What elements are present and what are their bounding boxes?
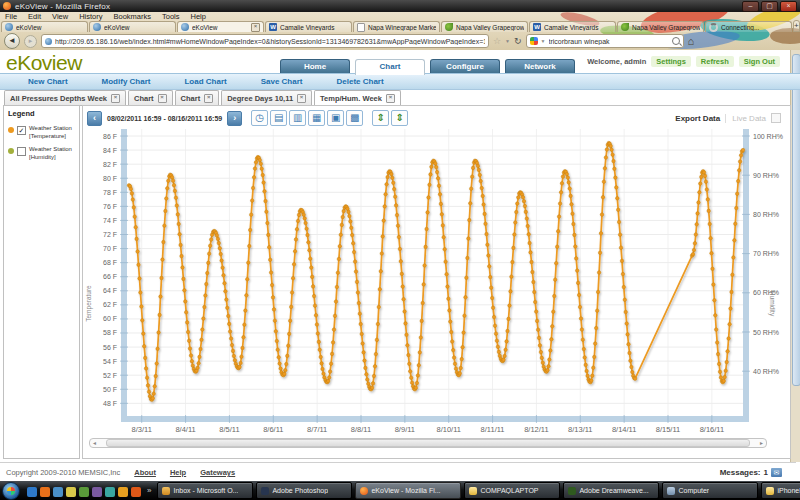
browser-tab[interactable]: Camalie Vineyards: [529, 21, 616, 32]
svg-text:64 F: 64 F: [103, 287, 117, 294]
quick-launch-overflow-icon[interactable]: »: [144, 486, 154, 495]
series-visibility-checkbox[interactable]: [17, 147, 26, 156]
search-bar[interactable]: ▼: [526, 34, 684, 48]
menu-item[interactable]: History: [79, 12, 102, 21]
tab-close-icon[interactable]: ×: [251, 23, 260, 32]
menu-item[interactable]: Help: [191, 12, 206, 21]
taskbar-window-button[interactable]: Adobe Photoshop: [256, 482, 352, 499]
app-orange[interactable]: [131, 487, 141, 497]
taskbar-window-button[interactable]: Inbox - Microsoft O...: [157, 482, 253, 499]
chart-tab-close-icon[interactable]: ×: [111, 94, 120, 103]
footer-link[interactable]: Gateways: [200, 468, 235, 477]
internet-explorer[interactable]: [27, 487, 37, 497]
chart-tab[interactable]: Chart ×: [128, 90, 173, 105]
taskbar-app-icon: [766, 487, 774, 495]
chart-action-link[interactable]: Load Chart: [184, 77, 226, 86]
minimize-button[interactable]: –: [742, 1, 759, 12]
bookmark-dropdown-icon[interactable]: ▼: [505, 38, 510, 44]
chart-horizontal-scrollbar[interactable]: ◄ ►: [89, 438, 767, 448]
header-link[interactable]: Settings: [651, 56, 691, 67]
explorer[interactable]: [66, 487, 76, 497]
chart-tab-close-icon[interactable]: ×: [386, 94, 395, 103]
nav-tab[interactable]: Chart: [355, 59, 425, 75]
live-data-checkbox[interactable]: [771, 113, 781, 123]
footer-link[interactable]: About: [134, 468, 156, 477]
chart-tab[interactable]: Temp/Hum. Week ×: [314, 90, 401, 106]
new-tab-button[interactable]: +: [793, 20, 800, 32]
home-icon[interactable]: ⌂: [688, 35, 695, 47]
app-purple[interactable]: [92, 487, 102, 497]
menu-item[interactable]: Edit: [28, 12, 41, 21]
taskbar-window-button[interactable]: eKoView - Mozilla Fi...: [355, 482, 461, 499]
taskbar-window-button[interactable]: iPhonePics11: [761, 482, 800, 499]
taskbar-window-button[interactable]: Computer: [662, 482, 758, 499]
nav-tab[interactable]: Home: [280, 59, 350, 73]
google-search-engine-icon[interactable]: [530, 37, 538, 45]
footer-link[interactable]: Help: [170, 468, 186, 477]
chart-tab-close-icon[interactable]: ×: [204, 94, 213, 103]
vertical-scrollbar-thumb[interactable]: [792, 54, 800, 386]
browser-tab[interactable]: Napa Winegrape Market...: [353, 21, 440, 32]
search-magnifier-icon[interactable]: [672, 37, 680, 45]
browser-tab[interactable]: Camalie Vineyards: [265, 21, 352, 32]
chart-tab-close-icon[interactable]: ×: [297, 94, 306, 103]
chart-tab-close-icon[interactable]: ×: [158, 94, 167, 103]
nav-tab[interactable]: Network: [505, 59, 575, 73]
menu-item[interactable]: Tools: [162, 12, 180, 21]
firefox[interactable]: [40, 487, 50, 497]
start-button[interactable]: [2, 482, 20, 500]
firefox-window-icon: [3, 2, 11, 10]
browser-tab[interactable]: eKoView ×: [177, 21, 264, 32]
browser-tab[interactable]: Connecting...: [705, 21, 792, 32]
scroll-right-icon[interactable]: ►: [757, 440, 766, 446]
svg-text:74 F: 74 F: [103, 217, 117, 224]
search-input[interactable]: [549, 38, 669, 45]
left-axis-title: Temperature: [85, 285, 92, 322]
url-bar[interactable]: [41, 34, 489, 48]
svg-text:8/16/11: 8/16/11: [700, 425, 724, 434]
reload-icon[interactable]: ↻: [514, 36, 522, 46]
browser-tab[interactable]: Napa Valley Grapegrowe...: [617, 21, 704, 32]
taskbar-window-button[interactable]: Adobe Dreamweave...: [563, 482, 659, 499]
chart-action-link[interactable]: Modify Chart: [102, 77, 151, 86]
back-button[interactable]: ◄: [4, 33, 20, 49]
chart-tab[interactable]: Chart ×: [175, 90, 220, 105]
chart-action-link[interactable]: New Chart: [28, 77, 68, 86]
url-input[interactable]: [55, 38, 485, 45]
svg-text:72 F: 72 F: [103, 231, 117, 238]
menu-item[interactable]: File: [5, 12, 17, 21]
svg-text:80 F: 80 F: [103, 175, 117, 182]
chart-actions-bar: New ChartModify ChartLoad ChartSave Char…: [0, 73, 800, 90]
email-client[interactable]: [53, 487, 63, 497]
browser-tab[interactable]: eKoView: [89, 21, 176, 32]
svg-text:8/14/11: 8/14/11: [612, 425, 636, 434]
browser-vertical-scrollbar[interactable]: [790, 50, 800, 462]
app-teal[interactable]: [105, 487, 115, 497]
chart-tab[interactable]: All Pressures Depths Week ×: [4, 90, 126, 105]
header-link[interactable]: Refresh: [696, 56, 734, 67]
export-data-link[interactable]: Export Data: [675, 114, 720, 123]
chart-action-link[interactable]: Save Chart: [261, 77, 303, 86]
taskbar-window-button[interactable]: COMPAQLAPTOP: [464, 482, 560, 499]
legend-panel: Legend Weather Station [Temperature] Wea…: [3, 105, 80, 459]
series-visibility-checkbox[interactable]: [17, 126, 26, 135]
scrollbar-thumb[interactable]: [106, 439, 750, 447]
close-button[interactable]: ×: [780, 1, 797, 12]
scroll-left-icon[interactable]: ◄: [90, 440, 99, 446]
welcome-bar: Welcome, admin SettingsRefreshSign Out: [587, 56, 780, 67]
app-green[interactable]: [79, 487, 89, 497]
nav-tab[interactable]: Configure: [430, 59, 500, 73]
media-player[interactable]: [118, 487, 128, 497]
browser-tab[interactable]: eKoView: [1, 21, 88, 32]
menu-item[interactable]: Bookmarks: [114, 12, 152, 21]
chart-action-link[interactable]: Delete Chart: [336, 77, 383, 86]
envelope-icon[interactable]: ✉: [771, 468, 782, 477]
bookmark-star-icon[interactable]: ☆: [493, 36, 501, 46]
header-link[interactable]: Sign Out: [739, 56, 780, 67]
forward-button[interactable]: ►: [24, 35, 37, 48]
menu-item[interactable]: View: [52, 12, 68, 21]
maximize-button[interactable]: ▢: [761, 1, 778, 12]
search-engine-dropdown-icon[interactable]: ▼: [541, 38, 546, 44]
browser-tab[interactable]: Napa Valley Grapegrowe...: [441, 21, 528, 32]
chart-tab[interactable]: Degree Days 10,11 ×: [221, 90, 312, 105]
